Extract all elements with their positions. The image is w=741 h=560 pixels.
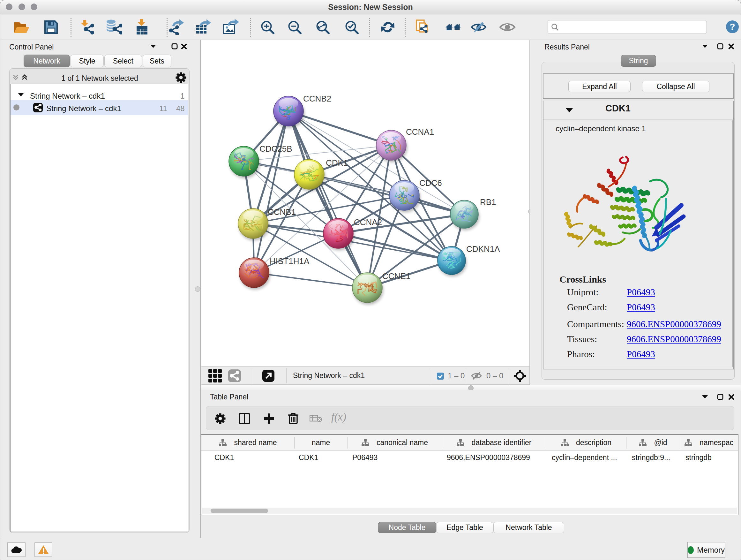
svg-text:CDK1: CDK1 (326, 158, 348, 168)
svg-text:CCNA1: CCNA1 (406, 127, 434, 137)
svg-text:CCNA2: CCNA2 (354, 217, 382, 227)
svg-text:CDC25B: CDC25B (259, 144, 292, 153)
svg-text:CCNB2: CCNB2 (303, 94, 331, 104)
svg-text:CCNE1: CCNE1 (382, 271, 410, 281)
svg-text:?: ? (730, 22, 735, 32)
svg-text:RB1: RB1 (480, 197, 496, 207)
svg-text:CDC6: CDC6 (419, 178, 442, 188)
svg-text:CDKN1A: CDKN1A (466, 244, 500, 254)
svg-text:HIST1H1A: HIST1H1A (270, 256, 310, 266)
svg-text:CCNB1: CCNB1 (268, 207, 296, 217)
